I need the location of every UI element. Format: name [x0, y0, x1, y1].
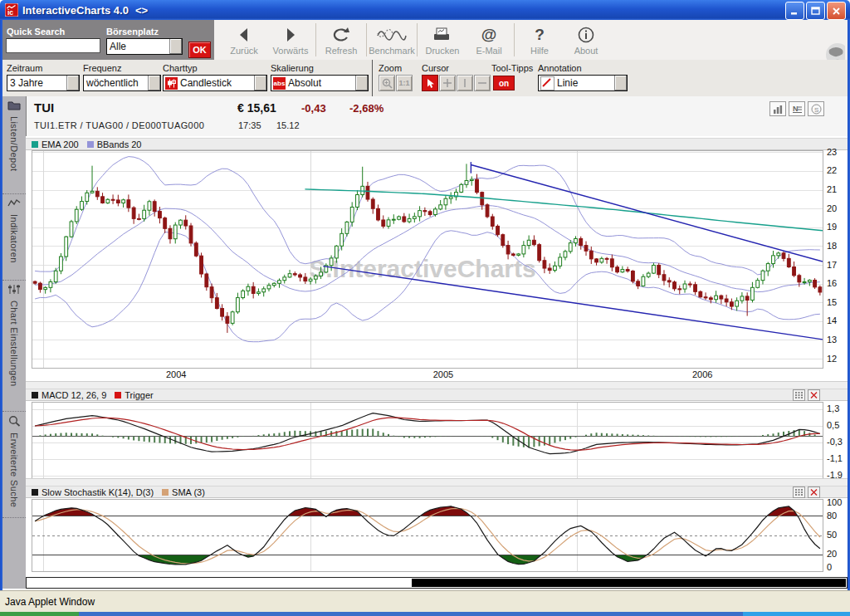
dropdown-arrow-icon[interactable]: [169, 39, 182, 54]
question-icon: ?: [535, 25, 545, 45]
window-border-left: [0, 20, 2, 590]
zigzag-icon: [7, 198, 21, 210]
restore-panel-icon[interactable]: [793, 389, 805, 401]
toolbar-button-label: E-Mail: [476, 46, 501, 56]
sidebar-tab-chart-einstellungen[interactable]: Chart Einstellungen: [2, 281, 26, 412]
toolbar-button-question[interactable]: ?Hilfe: [516, 22, 563, 58]
frequenz-select[interactable]: wöchentlich: [83, 75, 161, 91]
y-tick-label: 20: [827, 203, 837, 213]
toolbar-button-forward-arrow[interactable]: Vorwärts: [267, 22, 314, 58]
abs-scale-icon: abs: [273, 77, 286, 90]
close-panel-icon[interactable]: [808, 486, 820, 498]
y-tick-label: 50: [827, 530, 837, 540]
title-bar[interactable]: ic InteractiveCharts 4.0 <>: [0, 0, 850, 20]
restore-panel-icon[interactable]: [793, 486, 805, 498]
sidebar-tab-indikatoren[interactable]: Indikatoren: [2, 194, 26, 281]
maximize-button[interactable]: [806, 2, 825, 20]
boersenplatz-label: Börsenplatz: [106, 27, 159, 37]
sidebar-tab-label: Erweiterte Suche: [9, 433, 19, 507]
refresh-icon: [330, 25, 352, 45]
annotation-select[interactable]: Linie: [538, 75, 628, 91]
toolbar-button-waves[interactable]: Benchmark: [369, 22, 415, 58]
minimize-button[interactable]: [785, 2, 804, 20]
dropdown-arrow-icon[interactable]: [66, 76, 79, 90]
taskbar-tray-segment: [743, 612, 850, 616]
close-button[interactable]: [827, 2, 846, 20]
zoom-one-to-one-button[interactable]: 1:1: [396, 75, 413, 91]
y-tick-label: 16: [827, 278, 837, 288]
boersenplatz-select[interactable]: Alle: [106, 38, 183, 55]
legend-label: BBands 20: [97, 139, 142, 149]
scrollbar-thumb[interactable]: [412, 579, 846, 587]
quote-identifiers: TUI1.ETR / TUAG00 / DE000TUAG000: [34, 120, 204, 130]
cursor-hline-button[interactable]: [474, 75, 491, 91]
toolbar-button-label: Refresh: [325, 46, 358, 56]
toolbar-button-at[interactable]: @E-Mail: [466, 22, 512, 58]
info-icon: [578, 25, 594, 45]
s-circle-icon[interactable]: S: [808, 101, 824, 116]
toolbar-buttons: ZurückVorwärtsRefreshBenchmarkDrucken@E-…: [221, 22, 609, 58]
zeitraum-label: Zeitraum: [7, 63, 42, 73]
zeitraum-value: 3 Jahre: [7, 77, 66, 89]
line-annotation-icon: [540, 76, 554, 90]
bar-chart-icon[interactable]: [769, 101, 786, 116]
status-bar: Java Applet Window: [0, 590, 850, 612]
toolbar-separator: [417, 23, 418, 56]
y-tick-label: 13: [827, 335, 837, 345]
toolbar-button-info[interactable]: About: [563, 22, 609, 58]
toolbar-button-label: Vorwärts: [273, 46, 309, 56]
macd-panel-tools: [793, 389, 820, 401]
scrollbar-track[interactable]: [26, 577, 848, 589]
macd-plot[interactable]: [32, 402, 823, 480]
cursor-crosshair-button[interactable]: [439, 75, 456, 91]
charttyp-value: Candlestick: [178, 77, 254, 89]
annotation-label: Annotation: [538, 63, 582, 73]
stochastic-plot[interactable]: [32, 499, 823, 572]
legend-label: Trigger: [125, 390, 153, 400]
sidebar-tab-listen-depot[interactable]: Listen/Depot: [2, 96, 26, 194]
legend-swatch: [162, 489, 169, 496]
window-title: InteractiveCharts 4.0: [22, 4, 129, 17]
dropdown-arrow-icon[interactable]: [148, 76, 160, 90]
sidebar-tab-erweiterte-suche[interactable]: Erweiterte Suche: [2, 412, 26, 518]
cursor-pointer-button[interactable]: [422, 75, 438, 91]
toolbar-divider: [372, 60, 373, 96]
ok-button[interactable]: OK: [188, 42, 211, 58]
main-toolbar: Quick Search Börsenplatz Alle OK ZurückV…: [0, 20, 850, 61]
y-tick-label: 0: [827, 562, 832, 572]
quick-search-input[interactable]: [6, 38, 100, 53]
dropdown-arrow-icon[interactable]: [355, 76, 368, 90]
dropdown-arrow-icon[interactable]: [254, 76, 266, 90]
quote-time: 17:35: [238, 120, 261, 130]
sidebar-tab-label: Chart Einstellungen: [9, 301, 19, 387]
charttyp-select[interactable]: Candlestick: [163, 75, 267, 91]
x-tick-label: 2006: [688, 369, 716, 379]
legend-swatch: [87, 141, 94, 148]
price-chart-plot[interactable]: S.InteractiveCharts: [32, 150, 823, 369]
close-panel-icon[interactable]: [808, 389, 820, 401]
dropdown-arrow-icon[interactable]: [614, 76, 627, 90]
toolbar-button-label: Benchmark: [369, 46, 415, 56]
skalierung-select[interactable]: abs Absolut: [271, 75, 369, 91]
y-tick-label: 20: [827, 549, 837, 559]
back-arrow-icon: [235, 25, 253, 45]
quote-price: € 15,61: [237, 101, 276, 115]
zeitraum-select[interactable]: 3 Jahre: [7, 75, 80, 91]
toolbar-button-label: Drucken: [426, 46, 460, 56]
legend-swatch: [32, 392, 38, 398]
cursor-vline-button[interactable]: [457, 75, 473, 91]
tooltipps-on-button[interactable]: on: [493, 76, 515, 90]
y-tick-label: -1,1: [827, 453, 843, 463]
y-tick-label: 0,5: [827, 420, 839, 430]
quick-search-label: Quick Search: [7, 27, 65, 37]
news-icon[interactable]: N: [789, 101, 805, 116]
status-text: Java Applet Window: [5, 596, 95, 608]
toolbar-button-printer[interactable]: Drucken: [419, 22, 466, 58]
y-tick-label: -0,3: [827, 437, 843, 447]
zoom-in-button[interactable]: [379, 75, 395, 91]
toolbar-button-refresh[interactable]: Refresh: [318, 22, 364, 58]
legend-label: Slow Stochastik K(14), D(3): [42, 487, 154, 497]
quote-change-abs: -0,43: [301, 102, 326, 115]
charttyp-label: Charttyp: [163, 63, 198, 73]
toolbar-button-back-arrow[interactable]: Zurück: [221, 22, 267, 58]
